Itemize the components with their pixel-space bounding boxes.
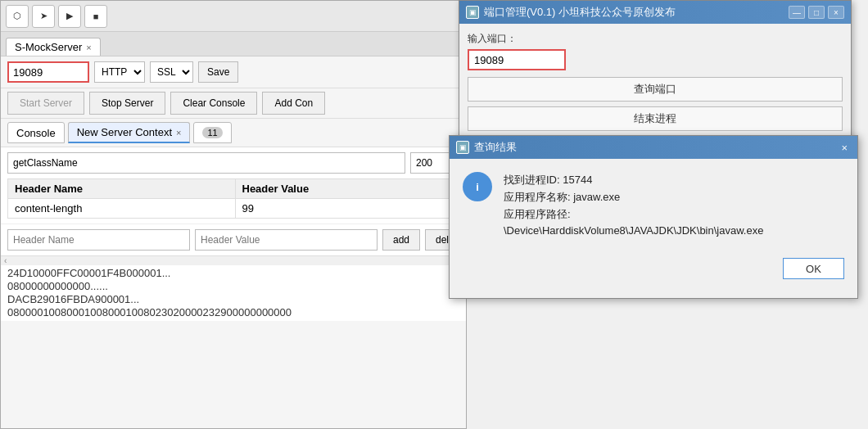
header-name-cell: content-length: [8, 199, 236, 219]
query-port-button[interactable]: 查询端口: [468, 77, 843, 102]
new-context-tab-close[interactable]: ×: [176, 128, 181, 138]
header-value-cell: 99: [235, 199, 459, 219]
dialog-footer: OK: [450, 253, 857, 284]
action-bar: Start Server Stop Server Clear Console A…: [1, 88, 466, 119]
content-area: Header Name Header Value content-length9…: [1, 147, 466, 224]
titlebar-controls: — □ ×: [789, 6, 844, 19]
add-header-value-input[interactable]: [195, 229, 377, 251]
app-path-value: \Device\HarddiskVolume8\JAVAJDK\JDK\bin\…: [504, 223, 763, 240]
dialog-titlebar: ▣ 查询结果 ×: [450, 136, 857, 159]
kill-process-button[interactable]: 结束进程: [468, 106, 843, 131]
app-path-label: 应用程序路径:: [504, 206, 763, 224]
ssl-select[interactable]: SSL: [150, 61, 193, 83]
server-tab-label: S-MockServer: [15, 41, 82, 53]
pm-port-input[interactable]: [468, 49, 566, 70]
dialog-icon: ▣: [456, 141, 469, 154]
ok-button[interactable]: OK: [783, 258, 844, 279]
dialog-close-button[interactable]: ×: [838, 142, 851, 154]
hex-row: 08000000000000......: [7, 280, 459, 293]
add-header-name-input[interactable]: [7, 229, 190, 251]
console-tab-label: Console: [16, 127, 56, 139]
add-header-row: add del: [1, 224, 466, 255]
badge-tab[interactable]: 11: [193, 122, 231, 143]
titlebar-left: ▣ 端口管理(V0.1) 小坦科技公众号原创发布: [466, 5, 676, 20]
new-server-context-tab[interactable]: New Server Context ×: [68, 122, 191, 143]
info-icon: i: [463, 172, 492, 201]
server-tabs: S-MockServer ×: [1, 32, 466, 56]
port-manager-icon: ▣: [466, 6, 479, 19]
minimize-button[interactable]: —: [789, 6, 805, 19]
server-tab[interactable]: S-MockServer ×: [6, 38, 101, 56]
horizontal-scrollbar[interactable]: ‹: [1, 255, 466, 265]
context-tabs: Console New Server Context × 11: [1, 119, 466, 147]
clear-console-button[interactable]: Clear Console: [170, 92, 257, 115]
dialog-body: i 找到进程ID: 15744 应用程序名称: javaw.exe 应用程序路径…: [450, 159, 857, 253]
protocol-select[interactable]: HTTP: [94, 61, 145, 83]
save-button[interactable]: Save: [198, 61, 238, 83]
headers-table: Header Name Header Value content-length9…: [7, 178, 459, 219]
hex-row: 0800001008000100800010080230200002329000…: [7, 306, 459, 319]
port-input-label: 输入端口：: [468, 32, 843, 46]
pm-input-row: [468, 49, 843, 70]
stop-server-button[interactable]: Stop Server: [89, 92, 165, 115]
main-toolbar: ⬡ ➤ ▶ ■: [1, 1, 466, 32]
endpoint-path-input[interactable]: [7, 152, 405, 174]
start-server-button[interactable]: Start Server: [7, 92, 84, 115]
add-con-button[interactable]: Add Con: [262, 92, 325, 115]
dialog-text: 找到进程ID: 15744 应用程序名称: javaw.exe 应用程序路径: …: [504, 172, 763, 240]
context-count-badge: 11: [202, 127, 222, 138]
hex-row: 24D10000FFC00001F4B000001...: [7, 267, 459, 280]
port-manager-title: 端口管理(V0.1) 小坦科技公众号原创发布: [484, 5, 676, 20]
run-button[interactable]: ▶: [58, 5, 81, 28]
nav-back-button[interactable]: ⬡: [6, 5, 29, 28]
maximize-button[interactable]: □: [808, 6, 825, 19]
nav-forward-button[interactable]: ➤: [32, 5, 55, 28]
dialog-content: i 找到进程ID: 15744 应用程序名称: javaw.exe 应用程序路径…: [463, 172, 844, 240]
dialog-titlebar-left: ▣ 查询结果: [456, 140, 517, 155]
query-result-dialog: ▣ 查询结果 × i 找到进程ID: 15744 应用程序名称: javaw.e…: [449, 135, 858, 299]
new-context-tab-label: New Server Context: [77, 126, 172, 138]
port-input[interactable]: [7, 61, 89, 83]
dialog-title: 查询结果: [474, 140, 517, 155]
header-name-col: Header Name: [8, 179, 236, 199]
port-manager-titlebar: ▣ 端口管理(V0.1) 小坦科技公众号原创发布 — □ ×: [459, 1, 851, 24]
endpoint-row: [7, 152, 459, 174]
console-tab[interactable]: Console: [7, 122, 65, 143]
hex-row: DACB29016FBDA900001...: [7, 293, 459, 306]
process-id-text: 找到进程ID: 15744: [504, 172, 763, 189]
hex-data-area: 24D10000FFC00001F4B000001...080000000000…: [1, 265, 466, 321]
close-window-button[interactable]: ×: [828, 6, 844, 19]
scroll-left-icon: ‹: [1, 255, 10, 266]
app-name-text: 应用程序名称: javaw.exe: [504, 189, 763, 206]
port-manager-body: 输入端口： 查询端口 结束进程: [459, 24, 851, 144]
server-config-bar: HTTP SSL Save: [1, 56, 466, 88]
stop-button[interactable]: ■: [84, 5, 107, 28]
add-header-button[interactable]: add: [382, 229, 420, 251]
header-value-col: Header Value: [235, 179, 459, 199]
table-row: content-length99: [8, 199, 459, 219]
main-app-window: ⬡ ➤ ▶ ■ S-MockServer × HTTP SSL Save Sta…: [0, 0, 467, 429]
server-tab-close[interactable]: ×: [86, 43, 91, 52]
